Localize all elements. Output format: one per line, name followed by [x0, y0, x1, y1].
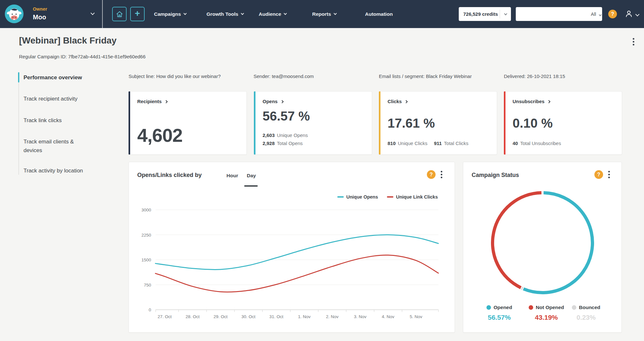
svg-text:29. Oct: 29. Oct [214, 314, 228, 319]
svg-text:2. Nov: 2. Nov [326, 314, 339, 319]
unsubscribe-rate: 0.10 % [513, 116, 553, 131]
legend-dot-icon [529, 305, 533, 310]
home-icon [116, 10, 123, 18]
top-navbar: Owner Moo + Campaigns Growth Tools Audie… [0, 0, 644, 28]
sidebar-item-performance-overview[interactable]: Performance overview [24, 73, 111, 82]
svg-text:2250: 2250 [141, 233, 151, 238]
account-chevron-down-icon[interactable] [91, 11, 95, 15]
unique-opens-stat: 2,603Unique Opens [263, 131, 308, 139]
chevron-down-icon [241, 12, 244, 15]
nav-growth-tools[interactable]: Growth Tools [207, 0, 244, 28]
svg-text:28. Oct: 28. Oct [186, 314, 200, 319]
help-button[interactable]: ? [608, 10, 617, 18]
user-chevron-down-icon[interactable] [635, 12, 639, 16]
recipients-count: 4,602 [137, 124, 182, 146]
plus-icon: + [135, 9, 140, 18]
card-title: Clicks [388, 99, 402, 104]
sidebar-item-activity-location[interactable]: Track activity by location [24, 166, 111, 175]
sidebar-item-link-clicks[interactable]: Track link clicks [24, 116, 111, 125]
nav-campaigns[interactable]: Campaigns [154, 0, 186, 28]
home-button[interactable] [112, 7, 127, 21]
legend-not-opened[interactable]: Not Opened 43.19% [529, 305, 564, 321]
svg-text:750: 750 [144, 283, 151, 287]
svg-text:5. Nov: 5. Nov [410, 314, 422, 319]
campaign-status-panel: Campaign Status ? Opened 56.57% Not Open… [463, 162, 622, 333]
moosend-campaign-dashboard: Owner Moo + Campaigns Growth Tools Audie… [0, 0, 644, 341]
page-kebab-menu[interactable] [633, 38, 634, 45]
question-mark-glyph: ? [611, 11, 614, 17]
opens-links-panel: Opens/Links clicked by Hour Day ? Unique… [129, 162, 455, 333]
total-unsubscribes-stat: 40Total Unsubscribes [513, 139, 561, 147]
meta-subject: Subject line: How did you like our webin… [129, 73, 221, 79]
clicks-card[interactable]: Clicks 17.61 % 810Unique Clicks 911Total… [379, 91, 497, 155]
account-name: Moo [33, 14, 47, 21]
svg-text:0: 0 [149, 307, 151, 312]
legend-dot-icon [572, 305, 576, 310]
search-input[interactable] [524, 11, 588, 17]
nav-reports[interactable]: Reports [312, 0, 336, 28]
total-opens-stat: 2,928Total Opens [263, 139, 308, 147]
chevron-down-icon [284, 12, 287, 15]
account-switcher[interactable]: Owner Moo [33, 6, 47, 21]
bounced-percentage: 0.23% [576, 314, 596, 321]
chevron-right-icon [164, 100, 168, 103]
legend-opened[interactable]: Opened 56.57% [486, 305, 512, 321]
owner-label: Owner [33, 6, 47, 12]
meta-delivered: Delivered: 26-10-2021 18:15 [504, 73, 565, 79]
chevron-right-icon [547, 100, 551, 103]
campaign-id: Regular Campaign ID: 7fbe72ab-44d1-415e-… [19, 54, 146, 59]
unique-clicks-stat: 810Unique Clicks [388, 141, 428, 146]
search-scope-chevron-icon[interactable] [599, 11, 601, 17]
svg-text:31. Oct: 31. Oct [269, 314, 284, 319]
recipients-card[interactable]: Recipients 4,602 [129, 91, 247, 155]
click-rate: 17.61 % [388, 116, 435, 131]
user-icon [624, 9, 633, 18]
svg-text:1500: 1500 [141, 258, 151, 262]
opens-card[interactable]: Opens 56.57 % 2,603Unique Opens 2,928Tot… [254, 91, 372, 155]
nav-audience[interactable]: Audience [259, 0, 286, 28]
svg-text:27. Oct: 27. Oct [158, 314, 172, 319]
card-title: Unsubscribes [513, 99, 544, 104]
navbar-divider [102, 0, 103, 28]
credits-dropdown[interactable]: 726,529 credits [459, 7, 511, 21]
legend-dot-icon [486, 305, 491, 310]
open-rate: 56.57 % [263, 109, 310, 123]
opens-clicks-line-chart: 300022501500750027. Oct28. Oct29. Oct30.… [129, 162, 455, 333]
sidebar-item-recipient-activity[interactable]: Track recipient activity [24, 94, 111, 103]
card-title: Opens [263, 99, 278, 104]
new-campaign-button[interactable]: + [130, 7, 145, 21]
meta-sender: Sender: tea@moosend.com [254, 73, 314, 79]
svg-text:30. Oct: 30. Oct [241, 314, 255, 319]
sidebar-active-indicator [18, 72, 19, 83]
credits-balance: 726,529 credits [459, 11, 500, 17]
svg-text:1. Nov: 1. Nov [298, 314, 311, 319]
sidebar-rail [18, 72, 19, 175]
chevron-right-icon [405, 100, 408, 103]
svg-text:3000: 3000 [141, 208, 151, 212]
card-title: Recipients [137, 99, 162, 104]
global-search: All [516, 7, 602, 21]
chevron-down-icon [183, 12, 187, 15]
legend-bounced[interactable]: Bounced 0.23% [572, 305, 600, 321]
chevron-right-icon [280, 100, 284, 103]
svg-text:4. Nov: 4. Nov [382, 314, 394, 319]
unsubscribes-card[interactable]: Unsubscribes 0.10 % 40Total Unsubscribes [504, 91, 622, 155]
sidebar-item-email-clients[interactable]: Track email clients & devices [24, 137, 93, 155]
opened-percentage: 56.57% [488, 314, 511, 321]
credits-chevron-down-icon[interactable] [500, 14, 511, 15]
user-menu-button[interactable] [624, 9, 633, 18]
total-clicks-stat: 911Total Clicks [434, 141, 468, 146]
cow-logo-icon [5, 4, 24, 24]
search-scope[interactable]: All [591, 12, 596, 17]
page-title: [Webinar] Black Friday [19, 35, 117, 46]
not-opened-percentage: 43.19% [535, 314, 558, 321]
chevron-down-icon [333, 12, 337, 15]
meta-lists: Email lists / segment: Black Friday Webi… [379, 73, 472, 79]
app-logo[interactable] [5, 4, 24, 24]
svg-text:3. Nov: 3. Nov [354, 314, 366, 319]
nav-automation[interactable]: Automation [365, 0, 393, 28]
